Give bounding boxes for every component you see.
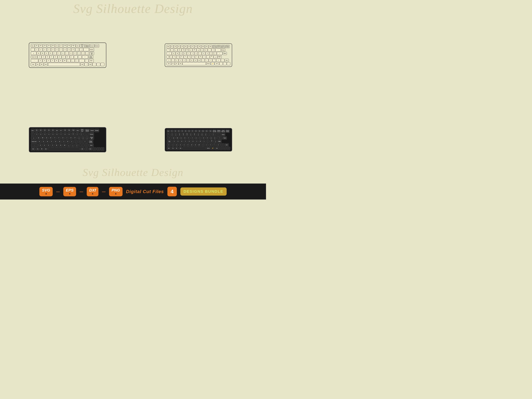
key[interactable]: > <box>205 143 208 146</box>
key[interactable]: Fn <box>171 62 175 65</box>
key[interactable]: H <box>58 55 62 59</box>
key[interactable]: F9● <box>67 129 71 132</box>
key[interactable]: K² <box>199 140 202 143</box>
key[interactable]: } ] <box>213 137 216 140</box>
key[interactable]: `~ <box>31 133 35 136</box>
key[interactable]: } ] <box>213 52 216 55</box>
key[interactable]: W <box>176 52 179 55</box>
key[interactable]: Delete <box>95 129 99 132</box>
key[interactable]: 5 <box>51 133 55 136</box>
key[interactable]: → <box>101 147 104 151</box>
key[interactable]: C <box>183 59 186 62</box>
key[interactable]: K <box>66 55 70 59</box>
key[interactable]: T <box>187 52 190 55</box>
key[interactable]: F8 <box>194 130 197 133</box>
key[interactable]: →⇥ <box>31 136 36 139</box>
key[interactable]: Prt Sc Sys Rq <box>212 130 216 133</box>
key[interactable]: N <box>59 59 63 63</box>
key[interactable]: Pause Break <box>226 45 230 48</box>
key[interactable]: / . <box>212 143 216 146</box>
key[interactable]: F10● <box>71 129 76 132</box>
key[interactable]: Q <box>172 137 175 140</box>
key[interactable]: _ - <box>208 48 211 52</box>
key[interactable]: Fn <box>36 147 39 151</box>
key[interactable]: 🔑 <box>211 62 214 65</box>
key[interactable]: Caps Lock <box>166 140 172 143</box>
key[interactable]: ? <box>209 143 212 146</box>
key[interactable]: | <box>171 59 175 62</box>
key[interactable]: ≡= <box>75 133 79 136</box>
key[interactable]: Pause Break <box>85 44 90 48</box>
key[interactable]: M <box>63 59 66 63</box>
key[interactable]: F8 <box>194 45 197 48</box>
key[interactable]: F7 <box>191 45 194 48</box>
key[interactable]: ✱ <box>40 63 44 66</box>
key[interactable]: I <box>65 52 69 55</box>
key[interactable]: PgDn <box>217 55 222 58</box>
key[interactable]: M° <box>197 143 201 146</box>
key[interactable]: ( 9 <box>200 133 204 136</box>
key[interactable]: Alt Gr <box>206 62 211 65</box>
key[interactable]: ? <box>209 59 212 62</box>
key[interactable]: P <box>73 136 77 139</box>
key[interactable] <box>183 62 206 65</box>
key[interactable]: J <box>195 55 198 58</box>
key[interactable]: R <box>49 52 53 55</box>
key[interactable]: F4● <box>47 129 51 132</box>
key[interactable]: F2◄ <box>39 44 43 48</box>
key[interactable]: | <box>171 143 175 146</box>
key[interactable]: B <box>55 59 58 63</box>
key[interactable]: Alt <box>179 147 182 150</box>
key[interactable]: ,< <box>67 59 70 63</box>
key[interactable]: ,< <box>67 144 70 147</box>
key[interactable]: ! 1 <box>171 48 174 52</box>
key[interactable]: ¬ ` <box>166 133 170 136</box>
key[interactable]: Ctrl <box>89 147 92 151</box>
key[interactable]: H <box>58 140 62 143</box>
key[interactable]: PgUp <box>223 137 227 140</box>
key[interactable]: ⇧ <box>216 59 221 62</box>
key[interactable]: D <box>46 55 50 59</box>
key[interactable]: ↓ <box>96 147 100 151</box>
key[interactable]: G <box>187 55 191 58</box>
key[interactable]: Prt Sc Sys RqF12 <box>80 129 85 132</box>
key[interactable]: Caps Lock <box>166 55 172 58</box>
key[interactable]: F5● <box>51 129 55 132</box>
key[interactable]: F11 <box>205 130 208 133</box>
key[interactable]: Home <box>221 48 225 52</box>
key[interactable]: < <box>201 143 205 146</box>
key[interactable]: [{ <box>77 52 81 55</box>
key[interactable]: F1 <box>171 45 174 48</box>
key[interactable]: 6 <box>55 48 59 51</box>
key[interactable]: Home <box>89 48 94 51</box>
key[interactable]: 2 <box>39 133 43 136</box>
key[interactable]: ← <box>93 147 96 151</box>
key[interactable]: Page Up <box>89 52 94 55</box>
key[interactable]: ← <box>219 147 223 150</box>
key[interactable]: ¬ ` <box>166 48 170 52</box>
key[interactable]: * 8 <box>196 133 200 136</box>
key[interactable]: ✱ <box>175 62 178 65</box>
key[interactable]: U <box>194 52 198 55</box>
key[interactable]: Page Down <box>89 55 93 59</box>
key[interactable]: Ctrl <box>89 63 92 66</box>
key[interactable]: Home <box>89 133 94 136</box>
key[interactable]: X <box>179 143 182 146</box>
key[interactable]: B <box>190 59 193 62</box>
key[interactable]: ▪ <box>84 147 88 151</box>
key[interactable]: Y <box>191 137 194 140</box>
key[interactable]: O <box>202 137 205 140</box>
key[interactable]: [{ <box>77 136 81 139</box>
key[interactable]: Alt <box>44 63 48 66</box>
key[interactable]: 🔑 <box>211 147 214 150</box>
key[interactable]: ↑ <box>85 59 89 63</box>
key[interactable]: G <box>187 140 191 143</box>
key[interactable]: P <box>206 137 209 140</box>
key[interactable]: V <box>186 143 190 146</box>
key[interactable]: F7 <box>59 129 63 132</box>
key[interactable]: ! 1 <box>171 133 174 136</box>
key[interactable]: Q <box>37 52 40 55</box>
key[interactable]: 5 <box>51 48 55 51</box>
key[interactable]: F7 <box>191 130 194 133</box>
key[interactable]: \| <box>85 52 89 55</box>
